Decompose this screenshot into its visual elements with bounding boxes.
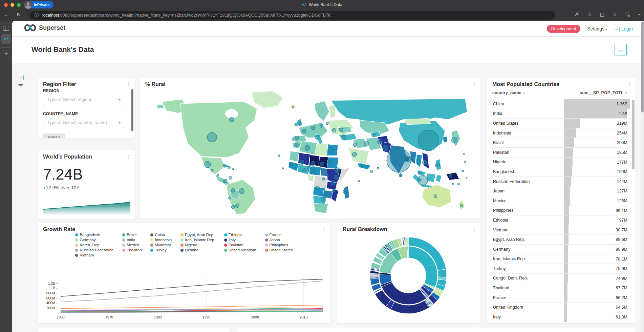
table-row[interactable]: Russian Federation144M: [492, 177, 630, 187]
favorite-star-icon[interactable]: ☆: [587, 12, 592, 17]
site-info-icon[interactable]: ⓘ: [35, 12, 39, 18]
active-tab-tile[interactable]: [1, 34, 11, 44]
country-name-select[interactable]: Type or Select [country_name]: [43, 117, 124, 128]
map-bubble[interactable]: [295, 136, 299, 140]
column-header-population[interactable]: sum__SP_POP_TOTL ⇅: [564, 90, 630, 99]
table-row[interactable]: Brazil206M: [492, 138, 630, 148]
map-bubble[interactable]: [325, 191, 328, 194]
kebab-menu-icon[interactable]: ⋮: [627, 81, 632, 87]
map-bubble[interactable]: [418, 171, 422, 174]
apply-filter-button[interactable]: APPLY: [43, 133, 65, 138]
legend-item[interactable]: Korea, Rep.: [75, 243, 113, 247]
map-bubble[interactable]: [416, 159, 421, 164]
map-bubble[interactable]: [370, 170, 373, 172]
map-bubble[interactable]: [404, 155, 410, 162]
map-bubble[interactable]: [358, 180, 360, 182]
table-row[interactable]: Pakistan185M: [492, 148, 630, 158]
legend-item[interactable]: Italy: [224, 238, 256, 242]
region-select[interactable]: Type or Select [region]: [43, 94, 124, 105]
table-row[interactable]: Egypt, Arab Rep.89.6M: [492, 235, 630, 245]
map-bubble[interactable]: [452, 138, 457, 143]
favorites-bar-icon[interactable]: ☆: [613, 12, 617, 17]
map-bubble[interactable]: [312, 126, 315, 129]
sunburst-chart[interactable]: [337, 225, 481, 323]
legend-item[interactable]: Germany: [75, 238, 113, 242]
map-bubble[interactable]: [457, 183, 459, 185]
map-bubble[interactable]: [239, 188, 244, 193]
map-bubble[interactable]: [466, 177, 467, 179]
column-header-country[interactable]: country_name ⇅: [492, 90, 564, 99]
map-bubble[interactable]: [299, 160, 304, 165]
map-bubble[interactable]: [292, 106, 294, 108]
map-bubble[interactable]: [298, 121, 301, 124]
sort-icon[interactable]: ⇅: [625, 91, 627, 95]
map-bubble[interactable]: [320, 124, 323, 127]
map-bubble[interactable]: [326, 122, 328, 124]
kebab-menu-icon[interactable]: ⋮: [322, 226, 327, 232]
map-bubble[interactable]: [332, 128, 336, 132]
table-row[interactable]: Vietnam90.7M: [492, 225, 630, 235]
map-bubble[interactable]: [232, 168, 234, 170]
legend-item[interactable]: Bangladesh: [75, 233, 113, 237]
map-bubble[interactable]: [229, 176, 232, 179]
growth-line-chart[interactable]: 196019701980199020002010200M400M600M800M…: [40, 275, 328, 321]
map-bubble[interactable]: [399, 174, 402, 177]
expand-filter-bar-icon[interactable]: →|: [19, 75, 24, 80]
map-bubble[interactable]: [230, 117, 234, 122]
map-bubble[interactable]: [335, 168, 340, 173]
kebab-menu-icon[interactable]: ⋮: [126, 81, 131, 87]
kebab-menu-icon[interactable]: ⋮: [126, 154, 131, 160]
map-bubble[interactable]: [205, 161, 211, 168]
table-row[interactable]: Ethiopia97M: [492, 215, 630, 225]
legend-item[interactable]: Mexico: [122, 243, 142, 247]
map-bubble[interactable]: [463, 153, 465, 155]
table-row[interactable]: Iran, Islamic Rep.78.1M: [492, 254, 630, 264]
legend-item[interactable]: Turkey: [150, 248, 172, 252]
legend-item[interactable]: Myanmar: [150, 243, 172, 247]
map-bubble[interactable]: [282, 168, 284, 169]
map-bubble[interactable]: [231, 188, 235, 192]
map-bubble[interactable]: [322, 178, 324, 180]
legend-item[interactable]: France: [265, 233, 293, 237]
map-bubble[interactable]: [217, 174, 219, 176]
map-bubble[interactable]: [377, 167, 379, 169]
map-bubble[interactable]: [423, 160, 427, 165]
map-bubble[interactable]: [449, 174, 452, 177]
map-bubble[interactable]: [460, 204, 463, 207]
table-row[interactable]: Mexico125M: [492, 196, 630, 206]
settings-menu[interactable]: Settings ▾: [587, 26, 607, 32]
map-bubble[interactable]: [211, 169, 213, 172]
map-bubble[interactable]: [378, 140, 382, 144]
read-aloud-icon[interactable]: A: [575, 12, 579, 17]
table-row[interactable]: United Kingdom64.5M: [492, 303, 630, 312]
map-bubble[interactable]: [371, 133, 375, 137]
map-bubble[interactable]: [462, 170, 464, 172]
legend-item[interactable]: Iran, Islamic Rep.: [180, 238, 215, 242]
map-bubble[interactable]: [307, 165, 315, 172]
dashboard-actions-button[interactable]: ...: [615, 44, 627, 56]
legend-item[interactable]: Ethiopia: [224, 233, 256, 237]
map-bubble[interactable]: [315, 135, 319, 140]
legend-item[interactable]: Philippines: [265, 243, 293, 247]
login-button[interactable]: →]Login: [614, 26, 633, 32]
table-row[interactable]: United States319M: [492, 119, 630, 128]
map-bubble[interactable]: [418, 175, 428, 185]
table-scrollbar[interactable]: [632, 100, 635, 169]
map-bubble[interactable]: [321, 197, 326, 202]
map-bubble[interactable]: [343, 190, 347, 193]
map-bubble[interactable]: [328, 147, 334, 153]
map-bubble[interactable]: [339, 128, 343, 131]
table-row[interactable]: Indonesia254M: [492, 128, 630, 138]
reload-icon[interactable]: ↻: [15, 12, 22, 18]
split-screen-icon[interactable]: ◫: [600, 12, 604, 17]
back-icon[interactable]: ←: [3, 12, 10, 18]
legend-item[interactable]: United States: [265, 248, 293, 252]
map-bubble[interactable]: [418, 130, 439, 151]
map-bubble[interactable]: [435, 163, 439, 167]
table-row[interactable]: Congo, Dem. Rep.74.9M: [492, 274, 630, 284]
map-bubble[interactable]: [223, 164, 226, 167]
table-row[interactable]: Nigeria177M: [492, 158, 630, 167]
legend-item[interactable]: Egypt, Arab Rep.: [180, 233, 215, 237]
map-bubble[interactable]: [443, 137, 447, 141]
legend-item[interactable]: Nigeria: [180, 243, 215, 247]
